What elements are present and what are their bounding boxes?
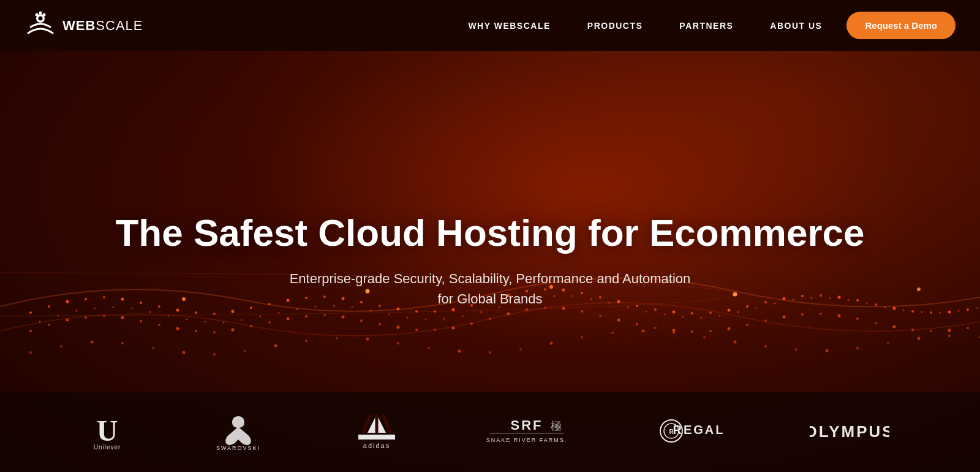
hero-title: The Safest Cloud Hosting for Ecommerce	[116, 212, 865, 254]
svg-point-117	[397, 342, 399, 344]
svg-point-123	[581, 336, 583, 338]
svg-point-161	[388, 314, 390, 316]
svg-point-101	[911, 329, 914, 331]
svg-point-110	[183, 351, 186, 354]
svg-point-66	[268, 321, 271, 324]
svg-point-102	[930, 330, 932, 332]
svg-point-146	[113, 306, 115, 308]
svg-point-131	[826, 349, 829, 352]
svg-point-71	[360, 319, 363, 322]
svg-point-196	[36, 13, 39, 16]
svg-point-127	[703, 336, 706, 338]
svg-point-151	[205, 321, 206, 323]
svg-point-52	[967, 308, 969, 311]
svg-point-83	[581, 310, 583, 313]
svg-point-162	[407, 317, 409, 319]
svg-point-148	[149, 311, 151, 313]
svg-point-2	[48, 305, 50, 308]
svg-point-177	[682, 316, 684, 318]
svg-point-126	[673, 332, 675, 334]
svg-point-5	[103, 296, 105, 299]
svg-point-175	[646, 311, 647, 313]
svg-text:SRF: SRF	[511, 417, 543, 433]
svg-point-153	[241, 319, 243, 321]
svg-point-111	[213, 353, 216, 356]
swarovski-logo-icon: SWAROVSKI	[208, 411, 269, 451]
svg-point-86	[636, 323, 638, 325]
svg-text:SWAROVSKI: SWAROVSKI	[216, 445, 260, 451]
svg-point-145	[94, 308, 96, 310]
svg-point-1	[29, 311, 32, 314]
svg-point-36	[673, 311, 676, 314]
svg-point-62	[195, 330, 197, 332]
svg-point-64	[232, 329, 235, 332]
svg-point-115	[336, 337, 338, 340]
nav-link-about-us[interactable]: ABOUT US	[770, 21, 822, 31]
svg-point-73	[397, 326, 400, 329]
svg-point-12	[232, 310, 235, 313]
hero-content: The Safest Cloud Hosting for Ecommerce E…	[116, 212, 865, 309]
brands-bar: U Unilever SWAROVSKI adidas	[0, 392, 980, 472]
svg-point-164	[443, 318, 445, 320]
svg-text:U: U	[97, 414, 118, 447]
svg-point-55	[66, 319, 69, 322]
svg-point-144	[76, 310, 78, 312]
olympus-logo-icon: OLYMPUS	[810, 411, 889, 451]
svg-point-187	[866, 303, 868, 305]
svg-point-124	[611, 332, 614, 334]
svg-point-178	[701, 317, 703, 319]
svg-point-60	[158, 324, 160, 326]
brand-snake-river-farms: SRF SNAKE RIVER FARMS. 極	[484, 411, 570, 454]
svg-point-59	[140, 320, 142, 322]
svg-point-192	[958, 310, 960, 312]
svg-point-109	[152, 347, 154, 349]
svg-point-135	[948, 335, 951, 337]
svg-point-103	[948, 329, 951, 332]
svg-point-39	[728, 309, 731, 312]
svg-point-61	[176, 327, 179, 330]
nav-link-why-webscale[interactable]: WHY WEBSCALE	[468, 21, 550, 31]
svg-point-122	[550, 342, 553, 345]
svg-point-176	[664, 314, 666, 316]
svg-point-98	[856, 318, 859, 320]
svg-point-190	[921, 311, 923, 313]
svg-point-118	[428, 347, 430, 349]
svg-point-134	[918, 337, 921, 340]
nav-link-partners[interactable]: PARTNERS	[679, 21, 733, 31]
svg-point-84	[599, 314, 601, 317]
svg-point-89	[691, 330, 693, 333]
svg-point-90	[709, 330, 712, 332]
svg-point-75	[434, 329, 436, 331]
svg-text:REGAL: REGAL	[673, 423, 725, 436]
svg-point-129	[764, 345, 767, 348]
nav-link-products[interactable]: PRODUCTS	[587, 21, 643, 31]
svg-point-143	[58, 315, 59, 317]
svg-point-197	[39, 11, 42, 14]
unilever-logo-icon: U Unilever	[91, 411, 124, 451]
svg-point-114	[305, 340, 307, 342]
svg-point-94	[783, 316, 786, 319]
request-demo-button[interactable]: Request a Demo	[846, 12, 956, 39]
brand-adidas: adidas	[352, 411, 401, 454]
svg-point-180	[737, 311, 739, 313]
svg-text:adidas: adidas	[363, 442, 390, 449]
svg-point-23	[434, 310, 436, 313]
logo[interactable]: WEBSCALE	[24, 10, 143, 42]
svg-point-47	[875, 303, 877, 306]
svg-point-48	[893, 307, 896, 310]
svg-point-92	[746, 324, 748, 326]
svg-point-179	[719, 315, 721, 317]
svg-point-112	[244, 350, 246, 352]
svg-point-3	[66, 300, 69, 303]
svg-point-96	[820, 313, 822, 315]
svg-point-69	[323, 314, 326, 316]
svg-text:OLYMPUS: OLYMPUS	[810, 422, 889, 441]
svg-point-95	[801, 313, 804, 316]
svg-point-166	[480, 311, 482, 313]
svg-point-78	[489, 318, 491, 320]
svg-point-104	[967, 327, 969, 329]
svg-point-58	[121, 316, 124, 319]
regal-logo-icon: R REGAL	[653, 411, 726, 451]
svg-point-154	[260, 316, 262, 318]
svg-point-72	[379, 323, 381, 325]
